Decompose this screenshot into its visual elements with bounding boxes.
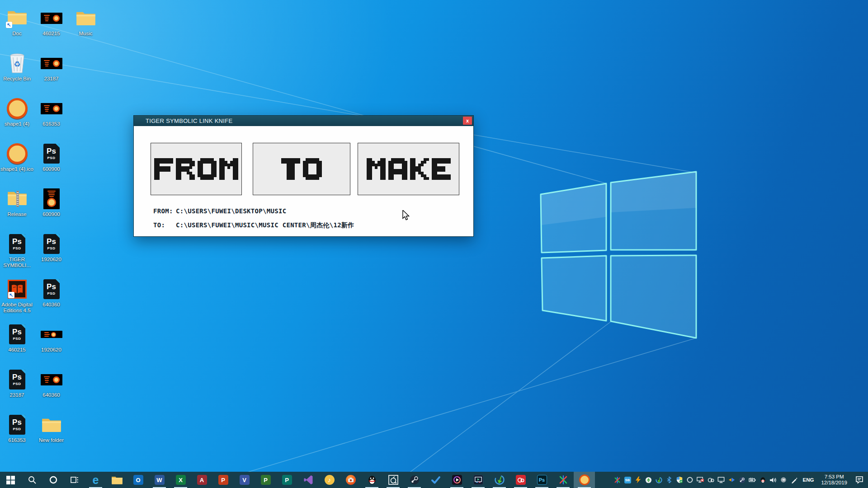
to-button[interactable] <box>253 143 350 195</box>
idm-small-icon <box>656 477 662 483</box>
desktop-icon-thumb-460215[interactable]: 460215 <box>34 6 68 37</box>
window-titlebar[interactable]: TIGER SYMBOLIC LINK KNIFE x <box>134 116 473 126</box>
desktop-icon-recycle-bin[interactable]: ♻Recycle Bin <box>0 52 34 82</box>
qq-music-icon: ♪ <box>325 475 335 485</box>
desktop-icon-shape1-image[interactable]: shape1 (4) <box>0 97 34 127</box>
desktop-icon-psd-23187[interactable]: PsPSD23187 <box>0 368 34 398</box>
taskbar-powerpoint-button[interactable]: P <box>212 472 234 488</box>
tray-sb-tool[interactable]: SB <box>623 472 633 488</box>
taskbar-visio-button[interactable]: V <box>234 472 255 488</box>
taskbar-access-button[interactable]: A <box>191 472 212 488</box>
desktop-icon-label: Release <box>0 211 34 217</box>
taskbar-edge-button[interactable]: e <box>85 472 106 488</box>
from-button-label <box>154 158 238 180</box>
desktop-icon-psd-616353[interactable]: PsPSD616353 <box>0 413 34 443</box>
desktop-icon-tiger-psd[interactable]: PsPSDTIGER SYMBOLI... <box>0 232 34 268</box>
desktop-icon-thumb-600900[interactable]: 600900 <box>34 187 68 217</box>
action-center-icon[interactable] <box>851 475 868 484</box>
tray-bluetooth[interactable] <box>664 472 675 488</box>
desktop-icon-thumb-616353[interactable]: 616353 <box>34 97 68 127</box>
desktop-icon-thumb-640360[interactable]: 640360 <box>34 368 68 398</box>
taskbar-photoshop-button[interactable]: Ps <box>531 472 552 488</box>
taskbar-qq-music-button[interactable]: ♪ <box>319 472 340 488</box>
desktop-icon-label: 616353 <box>34 121 68 127</box>
taskbar-itools-button[interactable] <box>382 472 404 488</box>
desktop-icon-psd-640360[interactable]: PsPSD640360 <box>34 277 68 308</box>
from-button[interactable] <box>151 143 242 195</box>
tray-display[interactable] <box>716 472 726 488</box>
desktop-icon-adobe-digital-editions[interactable]: ↖Adobe Digital Editions 4.5 <box>0 277 34 314</box>
taskbar-start-button[interactable] <box>0 472 21 488</box>
taskbar-creative-cloud-button[interactable] <box>510 472 531 488</box>
close-button[interactable]: x <box>463 117 472 125</box>
desktop-icon-label: 23187 <box>0 392 34 398</box>
tray-flash-tool[interactable] <box>633 472 643 488</box>
desktop-icon-label: Adobe Digital Editions 4.5 <box>0 302 34 314</box>
desktop-icon-shape1-ico[interactable]: shape1 (4).ico <box>0 142 34 172</box>
taskbar-search-button[interactable] <box>21 472 42 488</box>
taskbar-media-player-button[interactable] <box>446 472 467 488</box>
desktop-icon-psd-460215[interactable]: PsPSD460215 <box>0 323 34 353</box>
desktop-icon-psd-1920620[interactable]: PsPSD1920620 <box>34 232 68 263</box>
taskbar-clock[interactable]: 7:53 PM 12/18/2019 <box>817 474 851 486</box>
taskbar-excel-button[interactable]: X <box>170 472 191 488</box>
taskbar-screen-recorder-button[interactable] <box>467 472 489 488</box>
tray-qq-tray[interactable] <box>758 472 768 488</box>
tray-idm-tray[interactable] <box>654 472 664 488</box>
tray-tiger-small[interactable] <box>612 472 623 488</box>
photoshop-icon: Ps <box>537 475 547 485</box>
make-button[interactable] <box>358 143 459 195</box>
taskbar-qq-button[interactable] <box>361 472 382 488</box>
tray-net-speed[interactable] <box>726 472 737 488</box>
tray-creative-cloud-tray[interactable] <box>706 472 716 488</box>
desktop-icon-label: 640360 <box>34 302 68 308</box>
desktop-icon-psd-600900[interactable]: PsPSD600900 <box>34 142 68 172</box>
to-path: C:\USERS\FUWEI\MUSIC\MUSIC CENTER\周杰伦\12… <box>176 221 354 230</box>
steam-small-icon <box>739 477 745 483</box>
sync-icon <box>780 477 787 483</box>
tray-ring-app[interactable] <box>685 472 695 488</box>
tray-pen-input[interactable] <box>789 472 799 488</box>
taskbar-project-button[interactable]: P <box>255 472 276 488</box>
search-icon <box>28 475 37 484</box>
taskbar-task-view-button[interactable] <box>64 472 85 488</box>
taskbar-file-explorer-button[interactable] <box>106 472 127 488</box>
tray-green-orb[interactable] <box>643 472 654 488</box>
desktop-icon-label: Recycle Bin <box>0 76 34 82</box>
desktop-icon-thumb-1920620[interactable]: 1920620 <box>34 323 68 353</box>
desktop-icon-release-zip[interactable]: Release <box>0 187 34 217</box>
taskbar-word-button[interactable]: W <box>149 472 170 488</box>
tray-power[interactable] <box>747 472 758 488</box>
taskbar-cortana-button[interactable] <box>42 472 64 488</box>
taskbar-tiger-knife-button[interactable] <box>552 472 574 488</box>
taskbar: e OWXAPVPP ♪ Ps SB ENG <box>0 472 868 488</box>
tray-steam-tray[interactable] <box>737 472 747 488</box>
tray-defender[interactable] <box>675 472 685 488</box>
psd-icon: PsPSD <box>34 277 68 301</box>
desktop-icon-doc-folder[interactable]: ↖Doc <box>0 6 34 37</box>
taskbar-apps: e OWXAPVPP ♪ Ps <box>0 472 595 488</box>
taskbar-steam-button[interactable] <box>404 472 425 488</box>
tray-display-error[interactable] <box>695 472 706 488</box>
shape-circle-icon <box>0 97 34 120</box>
desktop-icon-new-folder[interactable]: New folder <box>34 413 68 443</box>
taskbar-visual-studio-button[interactable] <box>297 472 319 488</box>
thumb-wide-icon <box>34 368 68 391</box>
language-indicator[interactable]: ENG <box>799 477 818 483</box>
desktop-icon-thumb-23187[interactable]: 23187 <box>34 52 68 82</box>
shortcut-arrow-icon: ↖ <box>8 292 14 298</box>
to-button-label <box>281 158 322 180</box>
taskbar-screen-capture-button[interactable] <box>340 472 361 488</box>
taskbar-ms-todo-button[interactable] <box>425 472 446 488</box>
taskbar-tiger-knife-window-button[interactable] <box>574 472 595 488</box>
tray-sync[interactable] <box>778 472 789 488</box>
taskbar-outlook-button[interactable]: O <box>127 472 149 488</box>
taskbar-publisher-button[interactable]: P <box>276 472 297 488</box>
tray-volume[interactable] <box>768 472 778 488</box>
pen-icon <box>791 477 797 483</box>
taskbar-idm-button[interactable] <box>489 472 510 488</box>
psd-icon: PsPSD <box>0 368 34 391</box>
desktop-icon-music-folder[interactable]: Music <box>69 6 103 37</box>
window-title: TIGER SYMBOLIC LINK KNIFE <box>134 117 232 124</box>
volume-icon <box>769 477 777 483</box>
